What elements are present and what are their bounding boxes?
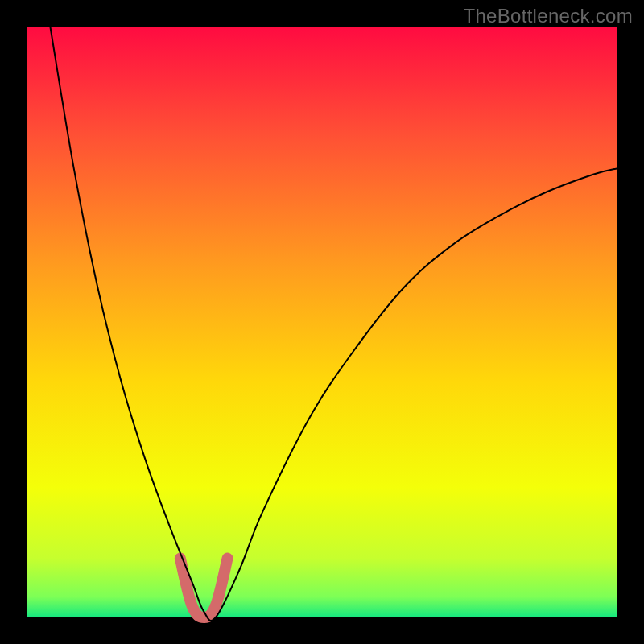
plot-background — [27, 27, 617, 617]
outer-frame: TheBottleneck.com — [0, 0, 644, 644]
watermark-text: TheBottleneck.com — [463, 5, 633, 27]
chart-canvas — [0, 0, 644, 644]
